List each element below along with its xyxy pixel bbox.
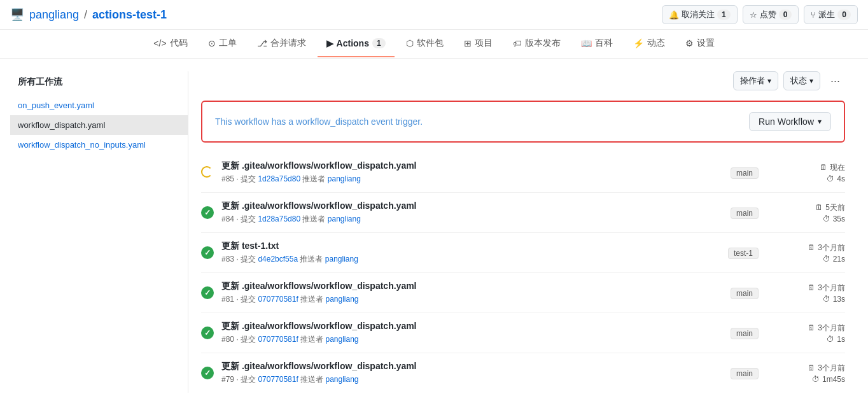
run-pusher[interactable]: pangliang — [325, 375, 358, 384]
run-title-link[interactable]: 更新 .gitea/workflows/workflow_dispatch.ya… — [221, 361, 417, 371]
run-pusher[interactable]: pangliang — [328, 174, 361, 183]
run-branch: main — [731, 288, 759, 299]
tab-activity[interactable]: ⚡ 动态 — [624, 30, 674, 58]
top-actions: 🔔 取消关注 1 ☆ 点赞 0 ⑂ 派生 0 — [662, 5, 858, 24]
star-icon: ☆ — [750, 10, 757, 20]
tab-settings[interactable]: ⚙ 设置 — [676, 30, 724, 58]
run-pusher[interactable]: pangliang — [328, 215, 361, 223]
tab-actions-label: Actions — [337, 38, 369, 48]
sidebar-item-workflow-dispatch[interactable]: workflow_dispatch.yaml — [10, 115, 188, 135]
owner-link[interactable]: pangliang — [29, 8, 79, 22]
run-pusher[interactable]: pangliang — [325, 335, 358, 344]
run-info: 更新 .gitea/workflows/workflow_dispatch.ya… — [221, 200, 723, 225]
run-title-link[interactable]: 更新 .gitea/workflows/workflow_dispatch.ya… — [221, 281, 417, 291]
runs-list: 更新 .gitea/workflows/workflow_dispatch.ya… — [201, 153, 845, 393]
calendar-icon: 🗓 — [808, 363, 815, 372]
run-number: #85 — [221, 174, 234, 183]
run-commit-label: · 提交 — [236, 215, 258, 223]
status-success-icon: ✓ — [201, 327, 214, 339]
status-label: 状态 — [790, 75, 807, 87]
tab-issues-label: 工单 — [219, 38, 237, 49]
bell-icon: 🔔 — [669, 10, 679, 20]
run-workflow-button[interactable]: Run Workflow ▾ — [749, 112, 831, 131]
run-title-link[interactable]: 更新 .gitea/workflows/workflow_dispatch.ya… — [221, 321, 417, 331]
run-commit-label: · 提交 — [236, 335, 258, 344]
calendar-icon: 🗓 — [808, 243, 815, 252]
run-time: 🗓 现在 — [820, 162, 845, 173]
run-pusher-label: 推送者 — [302, 174, 327, 183]
run-time-value: 3个月前 — [818, 323, 845, 334]
run-pusher-label: 推送者 — [300, 335, 325, 344]
run-meta: #80 · 提交 070770581f 推送者 pangliang — [221, 334, 723, 345]
run-title: 更新 .gitea/workflows/workflow_dispatch.ya… — [221, 361, 723, 372]
author-label: 操作者 — [740, 75, 765, 87]
main-container: 所有工作流 on_push_event.yaml workflow_dispat… — [0, 59, 868, 405]
tab-code[interactable]: </> 代码 — [144, 30, 196, 58]
run-duration-value: 1s — [837, 335, 845, 344]
run-number: #84 — [221, 215, 234, 223]
tab-wiki[interactable]: 📖 百科 — [572, 30, 622, 58]
run-time-value: 5天前 — [825, 202, 845, 213]
sidebar-item-workflow-dispatch-no-inputs[interactable]: workflow_dispatch_no_inputs.yaml — [10, 135, 188, 155]
run-title: 更新 .gitea/workflows/workflow_dispatch.ya… — [221, 160, 723, 172]
run-commit-hash[interactable]: 070770581f — [258, 375, 298, 384]
run-number: #79 — [221, 375, 234, 384]
tab-pulls-label: 合并请求 — [270, 38, 306, 49]
run-commit-hash[interactable]: d4e2bcf55a — [258, 255, 298, 264]
star-count: 0 — [779, 10, 792, 20]
run-commit-hash[interactable]: 070770581f — [258, 295, 298, 304]
status-running-icon — [201, 166, 214, 179]
run-pusher-label: 推送者 — [300, 255, 325, 264]
run-commit-label: · 提交 — [236, 255, 258, 264]
run-pusher[interactable]: pangliang — [325, 295, 358, 304]
table-row: 更新 .gitea/workflows/workflow_dispatch.ya… — [201, 153, 845, 193]
tab-packages[interactable]: ⬡ 软件包 — [397, 30, 452, 58]
tab-pulls[interactable]: ⎇ 合并请求 — [248, 30, 315, 58]
run-branch: main — [731, 167, 759, 179]
run-commit-hash[interactable]: 1d28a75d80 — [258, 215, 300, 223]
status-filter-button[interactable]: 状态 ▾ — [783, 71, 820, 90]
run-title-link[interactable]: 更新 test-1.txt — [221, 241, 279, 251]
calendar-icon: 🗓 — [808, 283, 815, 292]
wiki-icon: 📖 — [581, 38, 592, 48]
run-commit-label: · 提交 — [236, 174, 258, 183]
settings-icon: ⚙ — [685, 38, 694, 48]
author-filter-button[interactable]: 操作者 ▾ — [733, 71, 778, 90]
tab-projects[interactable]: ⊞ 项目 — [455, 30, 501, 58]
status-success-icon: ✓ — [201, 286, 214, 299]
run-branch: main — [731, 208, 759, 219]
repo-title: 🖥️ pangliang / actions-test-1 — [10, 8, 167, 22]
repo-icon: 🖥️ — [10, 8, 24, 22]
run-workflow-chevron-icon: ▾ — [818, 117, 822, 126]
repo-link[interactable]: actions-test-1 — [92, 8, 167, 22]
calendar-icon: 🗓 — [820, 163, 827, 172]
run-commit-hash[interactable]: 1d28a75d80 — [258, 174, 300, 183]
watch-button[interactable]: 🔔 取消关注 1 — [662, 5, 738, 24]
fork-label: 派生 — [818, 9, 835, 20]
chevron-down-icon-2: ▾ — [809, 76, 813, 85]
star-button[interactable]: ☆ 点赞 0 — [743, 5, 799, 24]
run-time: 🗓 3个月前 — [808, 243, 845, 253]
sidebar-item-on-push-event[interactable]: on_push_event.yaml — [10, 95, 188, 115]
tab-issues[interactable]: ⊙ 工单 — [199, 30, 246, 58]
table-row: ✓ 更新 .gitea/workflows/workflow_dispatch.… — [201, 353, 845, 393]
run-duration-value: 35s — [833, 215, 845, 223]
run-duration: ⏱ 13s — [823, 295, 845, 304]
run-pusher[interactable]: pangliang — [325, 255, 358, 264]
tab-settings-label: 设置 — [697, 38, 715, 49]
run-title-link[interactable]: 更新 .gitea/workflows/workflow_dispatch.ya… — [221, 200, 417, 211]
fork-button[interactable]: ⑂ 派生 0 — [804, 5, 858, 24]
run-commit-label: · 提交 — [236, 375, 258, 384]
run-time-value: 3个月前 — [818, 283, 845, 293]
status-success-icon: ✓ — [201, 246, 214, 259]
tab-releases[interactable]: 🏷 版本发布 — [504, 30, 570, 58]
more-options-button[interactable]: ··· — [825, 72, 845, 90]
run-commit-hash[interactable]: 070770581f — [258, 335, 298, 344]
tab-actions[interactable]: ▶ Actions 1 — [318, 31, 395, 57]
run-pusher-label: 推送者 — [300, 295, 325, 304]
pulls-icon: ⎇ — [257, 38, 267, 48]
run-branch-container: main — [731, 328, 766, 338]
run-title-link[interactable]: 更新 .gitea/workflows/workflow_dispatch.ya… — [221, 160, 417, 171]
star-label: 点赞 — [760, 9, 776, 20]
run-branch: main — [731, 368, 759, 379]
